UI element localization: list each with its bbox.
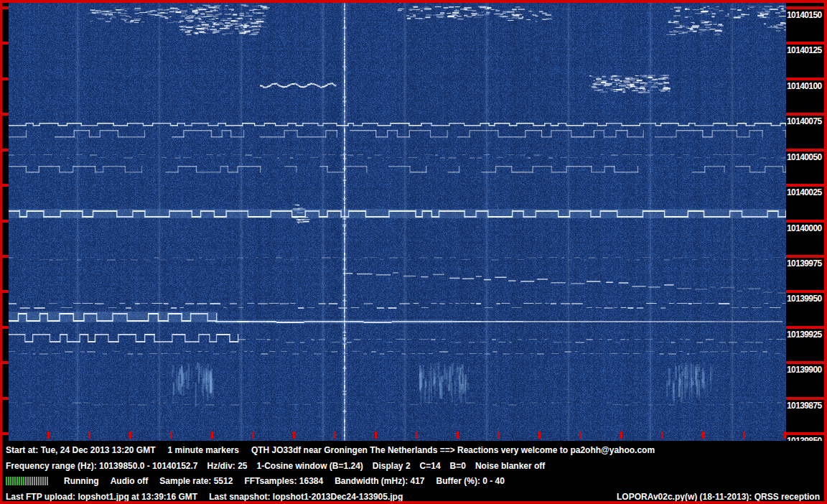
meter-bar-inactive: [38, 477, 39, 485]
meter-bar-active: [8, 477, 9, 485]
freq-tick-left: [2, 220, 9, 223]
snapshot-text: Last snapshot: lopshot1-2013Dec24-133905…: [209, 492, 403, 502]
status-line-running: Running Audio off Sample rate: 5512 FFTs…: [6, 476, 820, 486]
brightness-text: B=0: [450, 461, 466, 471]
freq-tick-left: [2, 113, 9, 116]
frequency-scale: 1014015010140125101401001014007510140050…: [786, 3, 824, 441]
meter-bar-active: [17, 477, 18, 485]
display-mode-text: Display 2: [373, 461, 411, 471]
meter-bar-active: [23, 477, 24, 485]
freq-label: 10140150: [787, 10, 824, 20]
freq-tick-strip: [786, 255, 824, 258]
freq-tick-left: [2, 255, 9, 258]
sample-rate-text: Sample rate: 5512: [159, 476, 233, 486]
freq-tick-left: [2, 149, 9, 151]
meter-bar-active: [14, 477, 16, 485]
freq-tick-left: [2, 290, 9, 293]
meter-bar-inactive: [27, 477, 29, 485]
meter-bar-active: [10, 477, 11, 485]
freq-tick-left: [2, 6, 9, 9]
freq-label: 10140025: [787, 187, 824, 197]
freq-tick-strip: [786, 113, 824, 116]
meter-bar-inactive: [42, 477, 44, 485]
contrast-text: C=14: [420, 461, 441, 471]
running-status-text: Running: [64, 476, 99, 486]
freq-label: 10140100: [787, 81, 824, 91]
freq-label: 10139950: [787, 294, 824, 304]
audio-status-text: Audio off: [111, 476, 149, 486]
freq-tick-left: [2, 397, 9, 400]
freq-label: 10140000: [787, 223, 824, 233]
freq-label: 10140125: [787, 45, 824, 55]
freq-tick-strip: [786, 290, 824, 293]
meter-bar-inactive: [29, 477, 31, 485]
fft-samples-text: FFTsamples: 16384: [244, 476, 323, 486]
meter-bar-active: [19, 477, 20, 485]
meter-bar-inactive: [36, 477, 37, 485]
noise-blanker-text: Noise blanker off: [475, 461, 545, 471]
meter-bar-inactive: [47, 477, 48, 485]
freq-label: 10140075: [787, 116, 824, 126]
freq-tick-strip: [786, 326, 824, 329]
meter-bar-inactive: [25, 477, 27, 485]
status-line-files: Last FTP upload: lopshot1.jpg at 13:39:1…: [6, 492, 820, 502]
freq-tick-strip: [786, 184, 824, 187]
window-function-text: 1-Cosine window (B=1.24): [257, 461, 363, 471]
bandwidth-text: Bandwidth (mHz): 417: [335, 476, 424, 486]
freq-tick-left: [2, 432, 9, 435]
meter-bar-active: [21, 477, 22, 485]
lopora-window: 1014015010140125101401001014007510140050…: [0, 0, 827, 504]
freq-label: 10139975: [787, 258, 824, 269]
status-line-start: Start at: Tue, 24 Dec 2013 13:20 GMT 1 m…: [6, 445, 820, 455]
freq-tick-left: [2, 184, 9, 187]
hz-per-div-text: Hz/div: 25: [207, 461, 247, 471]
meter-bar-inactive: [45, 477, 46, 485]
qth-contact-text: QTH JO33df near Groningen The Netherland…: [251, 445, 655, 455]
freq-tick-strip: [786, 6, 824, 9]
freq-label: 10139900: [787, 365, 824, 375]
status-line-frequency: Frequency range (Hz): 10139850.0 - 10140…: [6, 461, 820, 471]
freq-label: 10139875: [787, 401, 824, 411]
spectrogram-canvas: [9, 3, 786, 441]
meter-bar-inactive: [32, 477, 33, 485]
freq-tick-strip: [786, 78, 824, 80]
audio-level-meter: [6, 477, 48, 485]
app-version-text: LOPORAv02c.py(w) (18-11-2013): QRSS rece…: [617, 492, 820, 502]
freq-tick-strip: [786, 220, 824, 223]
freq-tick-strip: [786, 432, 824, 435]
meter-bar-active: [6, 477, 7, 485]
ftp-upload-text: Last FTP upload: lopshot1.jpg at 13:39:1…: [6, 492, 197, 502]
freq-tick-left: [2, 361, 9, 364]
freq-tick-left: [2, 78, 9, 80]
minute-markers-text: 1 minute markers: [168, 445, 239, 455]
freq-tick-left: [2, 42, 9, 45]
freq-tick-strip: [786, 361, 824, 364]
meter-bar-active: [12, 477, 14, 485]
freq-tick-strip: [786, 397, 824, 400]
start-time-text: Start at: Tue, 24 Dec 2013 13:20 GMT: [6, 445, 156, 455]
frequency-range-text: Frequency range (Hz): 10139850.0 - 10140…: [6, 461, 197, 471]
freq-label: 10140050: [787, 152, 824, 162]
buffer-text: Buffer (%): 0 - 40: [436, 476, 505, 486]
freq-tick-left: [2, 326, 9, 329]
freq-tick-strip: [786, 42, 824, 45]
meter-bar-inactive: [34, 477, 35, 485]
meter-bar-inactive: [40, 477, 42, 485]
frequency-tick-column-left: [2, 3, 9, 441]
status-bar: Start at: Tue, 24 Dec 2013 13:20 GMT 1 m…: [2, 441, 824, 501]
freq-label: 10139925: [787, 330, 824, 340]
freq-tick-strip: [786, 149, 824, 151]
